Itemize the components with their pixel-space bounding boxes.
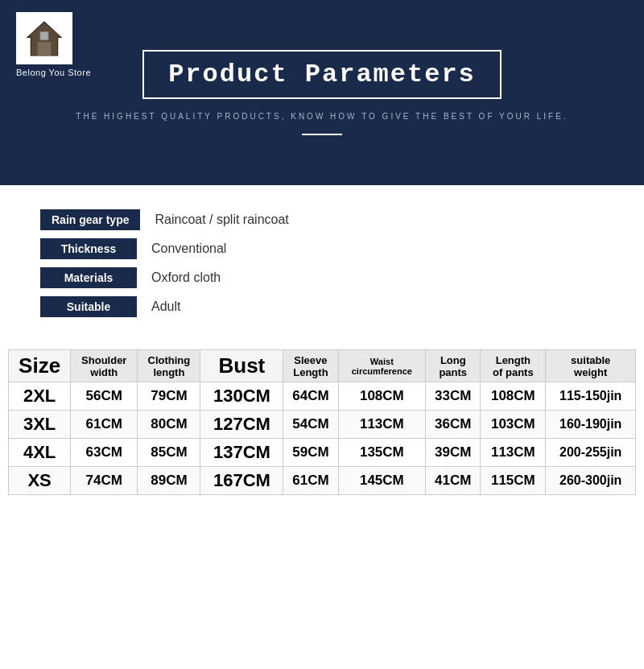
cell-sleeve-2: 59CM: [283, 439, 338, 467]
param-label-thickness: Thickness: [40, 238, 137, 259]
logo-icon: [24, 19, 64, 59]
cell-length-0: 108CM: [481, 382, 546, 411]
param-row-suitable: Suitable Adult: [40, 296, 604, 317]
table-row: XS74CM89CM167CM61CM145CM41CM115CM260-300…: [9, 467, 636, 495]
cell-shoulder-1: 61CM: [71, 411, 138, 439]
cell-waist-3: 145CM: [338, 467, 426, 495]
param-label-suitable: Suitable: [40, 296, 137, 317]
logo-box: [16, 12, 72, 64]
cell-waist-0: 108CM: [338, 382, 426, 411]
cell-bust-0: 130CM: [200, 382, 283, 411]
cell-shoulder-0: 56CM: [71, 382, 138, 411]
param-row-thickness: Thickness Conventional: [40, 238, 604, 259]
cell-length-3: 115CM: [481, 467, 546, 495]
param-row-materials: Materials Oxford cloth: [40, 267, 604, 288]
cell-weight-1: 160-190jin: [546, 411, 636, 439]
store-name-label: Belong You Store: [16, 68, 91, 77]
cell-long-0: 33CM: [426, 382, 481, 411]
cell-weight-0: 115-150jin: [546, 382, 636, 411]
cell-weight-3: 260-300jin: [546, 467, 636, 495]
subtitle: THE HIGHEST QUALITY PRODUCTS, KNOW HOW T…: [76, 112, 568, 121]
cell-long-1: 36CM: [426, 411, 481, 439]
size-table: Size Shoulderwidth Clothinglength Bust S…: [8, 349, 636, 495]
cell-bust-1: 127CM: [200, 411, 283, 439]
cell-clothing-1: 80CM: [138, 411, 200, 439]
cell-clothing-0: 79CM: [138, 382, 200, 411]
cell-size-3: XS: [9, 467, 71, 495]
col-header-length: Lengthof pants: [481, 350, 546, 382]
cell-clothing-2: 85CM: [138, 439, 200, 467]
col-header-bust: Bust: [200, 350, 283, 382]
cell-length-1: 103CM: [481, 411, 546, 439]
main-title: Product Parameters: [168, 60, 476, 89]
col-header-shoulder: Shoulderwidth: [71, 350, 138, 382]
param-value-rain: Raincoat / split raincoat: [155, 213, 288, 227]
params-section: Rain gear type Raincoat / split raincoat…: [0, 185, 644, 341]
cell-waist-2: 135CM: [338, 439, 426, 467]
col-header-weight: suitableweight: [546, 350, 636, 382]
page-header: Belong You Store Product Parameters THE …: [0, 0, 644, 185]
param-value-thickness: Conventional: [151, 242, 226, 256]
col-header-waist: Waistcircumference: [338, 350, 426, 382]
cell-waist-1: 113CM: [338, 411, 426, 439]
svg-rect-1: [38, 42, 52, 56]
param-label-materials: Materials: [40, 267, 137, 288]
table-section: Size Shoulderwidth Clothinglength Bust S…: [0, 341, 644, 511]
col-header-size: Size: [9, 350, 71, 382]
table-body: 2XL56CM79CM130CM64CM108CM33CM108CM115-15…: [9, 382, 636, 495]
param-value-suitable: Adult: [151, 299, 180, 314]
logo-area: Belong You Store: [16, 12, 91, 77]
title-box: Product Parameters: [142, 50, 502, 99]
cell-length-2: 113CM: [481, 439, 546, 467]
cell-shoulder-3: 74CM: [71, 467, 138, 495]
col-header-clothing: Clothinglength: [138, 350, 200, 382]
param-value-materials: Oxford cloth: [151, 270, 221, 285]
cell-bust-2: 137CM: [200, 439, 283, 467]
table-row: 3XL61CM80CM127CM54CM113CM36CM103CM160-19…: [9, 411, 636, 439]
cell-bust-3: 167CM: [200, 467, 283, 495]
col-header-long: Longpants: [426, 350, 481, 382]
table-row: 2XL56CM79CM130CM64CM108CM33CM108CM115-15…: [9, 382, 636, 411]
header-center: Product Parameters THE HIGHEST QUALITY P…: [76, 50, 568, 135]
cell-weight-2: 200-255jin: [546, 439, 636, 467]
cell-clothing-3: 89CM: [138, 467, 200, 495]
table-row: 4XL63CM85CM137CM59CM135CM39CM113CM200-25…: [9, 439, 636, 467]
svg-rect-2: [40, 31, 48, 39]
cell-sleeve-3: 61CM: [283, 467, 338, 495]
cell-size-2: 4XL: [9, 439, 71, 467]
cell-sleeve-1: 54CM: [283, 411, 338, 439]
table-header-row: Size Shoulderwidth Clothinglength Bust S…: [9, 350, 636, 382]
col-header-sleeve: SleeveLength: [283, 350, 338, 382]
cell-size-1: 3XL: [9, 411, 71, 439]
divider: [302, 134, 342, 135]
cell-long-2: 39CM: [426, 439, 481, 467]
param-label-rain: Rain gear type: [40, 209, 140, 230]
cell-shoulder-2: 63CM: [71, 439, 138, 467]
cell-sleeve-0: 64CM: [283, 382, 338, 411]
cell-long-3: 41CM: [426, 467, 481, 495]
cell-size-0: 2XL: [9, 382, 71, 411]
param-row-rain: Rain gear type Raincoat / split raincoat: [40, 209, 604, 230]
